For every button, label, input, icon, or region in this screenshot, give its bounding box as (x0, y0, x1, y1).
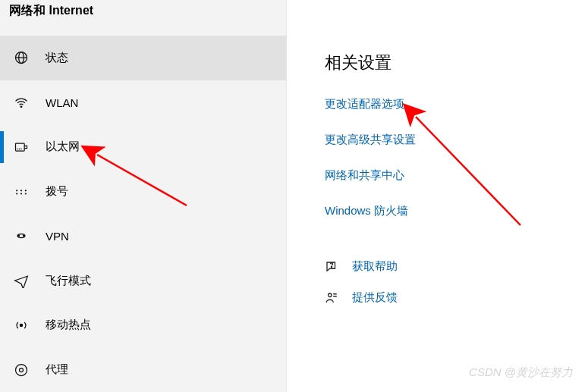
sidebar-item-label: 状态 (46, 51, 68, 65)
sidebar-item-status[interactable]: 状态 (0, 36, 286, 80)
svg-point-4 (16, 193, 17, 194)
svg-point-12 (20, 324, 22, 326)
sidebar-item-dialup[interactable]: 拨号 (0, 169, 286, 214)
help-section: 获取帮助 提供反馈 (325, 259, 588, 305)
related-settings-heading: 相关设置 (325, 52, 588, 74)
svg-point-16 (329, 293, 332, 297)
help-give-feedback[interactable]: 提供反馈 (325, 290, 588, 305)
sidebar-item-label: 移动热点 (46, 318, 91, 332)
sidebar-item-label: 以太网 (46, 140, 80, 154)
help-icon (325, 260, 338, 274)
svg-point-2 (20, 106, 22, 108)
svg-point-5 (20, 193, 22, 194)
hotspot-icon (14, 318, 29, 333)
feedback-icon (325, 291, 338, 305)
svg-point-7 (16, 190, 17, 191)
link-windows-firewall[interactable]: Windows 防火墙 (325, 204, 588, 218)
sidebar-item-proxy[interactable]: 代理 (0, 347, 286, 392)
sidebar-item-wlan[interactable]: WLAN (0, 80, 286, 125)
sidebar-item-ethernet[interactable]: 以太网 (0, 125, 286, 170)
main-content: 相关设置 更改适配器选项 更改高级共享设置 网络和共享中心 Windows 防火… (287, 0, 588, 392)
help-link-label: 获取帮助 (352, 259, 398, 274)
sidebar-item-airplane[interactable]: 飞行模式 (0, 259, 286, 303)
svg-point-6 (25, 193, 27, 194)
proxy-icon (14, 362, 29, 378)
sidebar-item-vpn[interactable]: VPN (0, 214, 286, 259)
airplane-icon (14, 273, 29, 288)
help-get-help[interactable]: 获取帮助 (325, 259, 588, 274)
sidebar-item-hotspot[interactable]: 移动热点 (0, 303, 286, 348)
wifi-icon (14, 95, 29, 110)
svg-point-14 (20, 368, 24, 372)
sidebar-item-label: VPN (46, 230, 69, 243)
sidebar-item-label: 代理 (46, 362, 68, 377)
link-network-sharing-center[interactable]: 网络和共享中心 (325, 168, 588, 183)
sidebar-item-label: 飞行模式 (46, 274, 91, 288)
vpn-icon (14, 228, 29, 243)
link-advanced-sharing-settings[interactable]: 更改高级共享设置 (325, 133, 588, 147)
svg-rect-3 (16, 143, 25, 151)
svg-point-10 (18, 236, 20, 237)
svg-point-11 (24, 236, 25, 237)
sidebar: 网络和 Internet 状态 WLAN 以太网 拨号 (0, 0, 287, 392)
link-change-adapter-options[interactable]: 更改适配器选项 (325, 97, 588, 111)
dialup-icon (14, 184, 29, 199)
svg-point-8 (20, 190, 22, 191)
globe-icon (14, 50, 29, 65)
settings-category-title: 网络和 Internet (0, 0, 286, 36)
svg-point-13 (16, 364, 27, 375)
help-link-label: 提供反馈 (352, 290, 398, 305)
svg-point-9 (25, 190, 27, 191)
sidebar-item-label: WLAN (46, 96, 78, 109)
ethernet-icon (14, 140, 29, 155)
sidebar-item-label: 拨号 (46, 184, 68, 199)
svg-point-15 (331, 266, 332, 267)
